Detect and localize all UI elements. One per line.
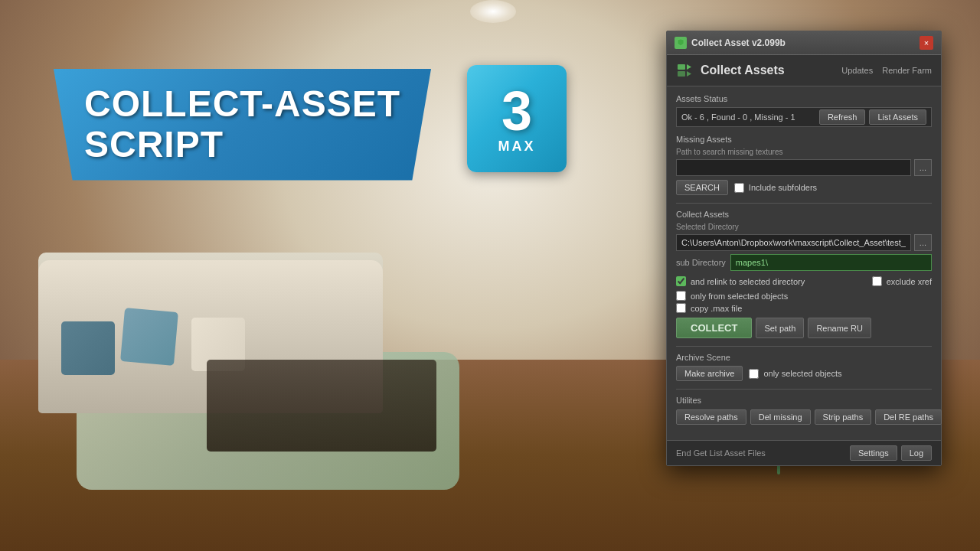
collect-button[interactable]: COLLECT	[676, 318, 752, 338]
copy-max-checkbox[interactable]	[676, 303, 686, 313]
footer-buttons: Settings Log	[850, 445, 932, 461]
divider-2	[676, 346, 932, 347]
ceiling-light	[470, 0, 516, 23]
assets-status-label: Assets Status	[676, 94, 932, 103]
settings-button[interactable]: Settings	[850, 445, 897, 461]
subdir-label: sub Directory	[676, 258, 726, 267]
archive-scene-label: Archive Scene	[676, 353, 932, 362]
banner-title: COLLECT-ASSET SCRIPT	[84, 84, 400, 165]
footer-text: End Get List Asset Files	[676, 448, 766, 458]
svg-rect-1	[678, 71, 685, 77]
del-missing-button[interactable]: Del missing	[750, 409, 811, 425]
make-archive-button[interactable]: Make archive	[676, 366, 743, 381]
utilites-section: Utilites Resolve paths Del missing Strip…	[676, 396, 932, 425]
strip-paths-button[interactable]: Strip paths	[815, 409, 872, 425]
utilites-label: Utilites	[676, 396, 932, 405]
dialog-app-icon	[675, 37, 687, 49]
search-button[interactable]: SEARCH	[676, 180, 728, 195]
render-farm-link[interactable]: Render Farm	[882, 66, 932, 75]
dialog-titlebar: Collect Asset v2.099b ×	[667, 31, 941, 55]
header-logo-text: Collect Assets	[701, 64, 785, 77]
assets-status-section: Assets Status Ok - 6 , Found - 0 , Missi…	[676, 94, 932, 127]
dialog-header: Collect Assets Updates Render Farm	[667, 55, 941, 86]
cushion-teal	[61, 321, 115, 375]
assets-status-row: Ok - 6 , Found - 0 , Missing - 1 Refresh…	[676, 107, 932, 127]
updates-link[interactable]: Updates	[841, 66, 873, 75]
dialog-footer: End Get List Asset Files Settings Log	[667, 440, 941, 465]
copy-max-label[interactable]: copy .max file	[691, 304, 742, 313]
only-selected-label[interactable]: only from selected objects	[691, 292, 788, 301]
collect-assets-label: Collect Assets	[676, 210, 932, 219]
text-banner: COLLECT-ASSET SCRIPT	[54, 69, 431, 181]
subdir-row: sub Directory	[676, 254, 932, 271]
3dsmax-text: MAX	[498, 139, 536, 155]
archive-row: Make archive only selected objects	[676, 366, 932, 381]
selected-dir-label: Selected Directory	[676, 223, 932, 231]
include-subfolders-row: Include subfolders	[734, 183, 817, 193]
include-subfolders-label[interactable]: Include subfolders	[749, 183, 817, 192]
divider-1	[676, 203, 932, 204]
collect-assets-section: Collect Assets Selected Directory ... su…	[676, 210, 932, 338]
dialog-close-button[interactable]: ×	[920, 36, 933, 50]
missing-assets-sublabel: Path to search missing textures	[676, 148, 932, 156]
list-assets-button[interactable]: List Assets	[869, 109, 926, 125]
archive-only-selected-checkbox[interactable]	[749, 369, 759, 379]
collect-assets-logo-icon	[676, 61, 694, 80]
relink-checkbox[interactable]	[676, 276, 686, 286]
3dsmax-number: 3	[501, 83, 532, 139]
coffee-table	[207, 360, 436, 452]
include-subfolders-checkbox[interactable]	[734, 183, 744, 193]
exclude-xref-checkbox[interactable]	[872, 276, 882, 286]
dialog-title: Collect Asset v2.099b	[691, 37, 786, 48]
log-button[interactable]: Log	[901, 445, 932, 461]
copy-max-row: copy .max file	[676, 303, 932, 313]
cushion-blue	[120, 308, 178, 366]
collect-btn-group: COLLECT Set path Rename RU	[676, 318, 932, 338]
missing-assets-browse-button[interactable]: ...	[914, 159, 932, 176]
titlebar-left: Collect Asset v2.099b	[675, 37, 786, 49]
missing-assets-label: Missing Assets	[676, 135, 932, 144]
del-re-paths-button[interactable]: Del RE paths	[875, 409, 942, 425]
3dsmax-logo: 3 MAX	[467, 65, 567, 172]
missing-assets-section: Missing Assets Path to search missing te…	[676, 135, 932, 195]
archive-only-selected-row: only selected objects	[749, 369, 841, 379]
selected-dir-browse-button[interactable]: ...	[914, 234, 932, 251]
header-logo-group: Collect Assets	[676, 61, 785, 80]
only-selected-row: only from selected objects	[676, 291, 932, 301]
missing-assets-path-input[interactable]	[676, 159, 911, 176]
relink-checkbox-row: and relink to selected directory	[676, 276, 805, 286]
archive-only-selected-label[interactable]: only selected objects	[763, 369, 841, 378]
assets-status-buttons: Refresh List Assets	[819, 109, 926, 125]
set-path-button[interactable]: Set path	[756, 318, 804, 338]
collect-asset-dialog: Collect Asset v2.099b × Collect Assets U…	[666, 31, 942, 466]
relink-label[interactable]: and relink to selected directory	[691, 277, 805, 286]
selected-dir-row: ...	[676, 234, 932, 251]
svg-rect-0	[678, 64, 685, 70]
exclude-xref-row: exclude xref	[872, 276, 932, 286]
archive-scene-section: Archive Scene Make archive only selected…	[676, 353, 932, 381]
rename-ru-button[interactable]: Rename RU	[808, 318, 871, 338]
resolve-paths-button[interactable]: Resolve paths	[676, 409, 746, 425]
divider-3	[676, 389, 932, 390]
exclude-xref-label[interactable]: exclude xref	[887, 277, 932, 286]
dialog-content: Assets Status Ok - 6 , Found - 0 , Missi…	[667, 86, 941, 440]
assets-status-value: Ok - 6 , Found - 0 , Missing - 1	[681, 112, 795, 122]
utilites-btn-group: Resolve paths Del missing Strip paths De…	[676, 409, 932, 425]
refresh-button[interactable]: Refresh	[819, 109, 866, 125]
missing-assets-path-row: ...	[676, 159, 932, 176]
only-selected-checkbox[interactable]	[676, 291, 686, 301]
selected-dir-input[interactable]	[676, 234, 911, 251]
header-links: Updates Render Farm	[841, 66, 932, 75]
subdir-input[interactable]	[730, 254, 932, 271]
